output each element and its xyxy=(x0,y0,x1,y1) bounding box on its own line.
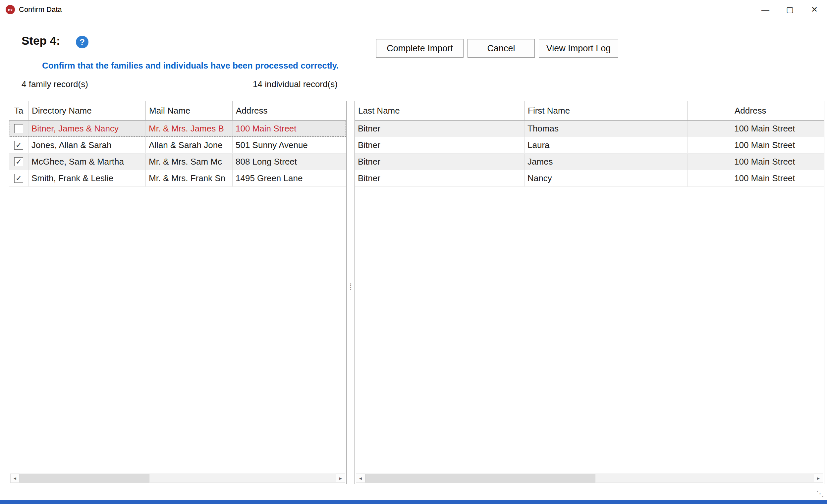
last-name-cell: Bitner xyxy=(355,120,525,137)
window-bottom-border xyxy=(0,500,827,504)
complete-import-button[interactable]: Complete Import xyxy=(376,39,464,58)
mail-name-cell: Mr. & Mrs. Sam Mc xyxy=(146,154,233,170)
directory-name-cell: Jones, Allan & Sarah xyxy=(29,137,146,153)
row-checkbox[interactable] xyxy=(14,124,23,133)
individual-count-label: 14 individual record(s) xyxy=(253,79,338,89)
scroll-right-icon[interactable]: ► xyxy=(336,473,345,483)
checkbox-cell: ✓ xyxy=(9,137,29,153)
row-checkbox[interactable]: ✓ xyxy=(14,157,23,166)
table-row[interactable]: Bitner James 100 Main Street xyxy=(355,154,824,170)
scrollbar-track[interactable] xyxy=(19,473,336,483)
column-header-address[interactable]: Address xyxy=(731,101,824,120)
scroll-left-icon[interactable]: ◄ xyxy=(356,473,365,483)
view-import-log-button[interactable]: View Import Log xyxy=(539,39,618,58)
blank-cell xyxy=(688,154,731,170)
close-button[interactable]: ✕ xyxy=(802,0,827,19)
row-checkbox[interactable]: ✓ xyxy=(14,141,23,150)
scrollbar-thumb[interactable] xyxy=(19,474,149,483)
individuals-table: Last Name First Name Address Bitner Thom… xyxy=(354,101,824,484)
horizontal-scrollbar[interactable]: ◄ ► xyxy=(10,473,345,483)
scrollbar-thumb[interactable] xyxy=(365,474,595,483)
minimize-button[interactable]: — xyxy=(753,0,778,19)
address-cell: 100 Main Street xyxy=(731,170,824,187)
directory-name-cell: Smith, Frank & Leslie xyxy=(29,170,146,187)
action-buttons: Complete Import Cancel View Import Log xyxy=(376,39,618,58)
table-row[interactable]: Bitner, James & Nancy Mr. & Mrs. James B… xyxy=(9,120,346,137)
column-header-blank[interactable] xyxy=(688,101,731,120)
directory-name-cell: Bitner, James & Nancy xyxy=(29,120,146,137)
instruction-text: Confirm that the families and individual… xyxy=(42,61,339,71)
column-header-directory-name[interactable]: Directory Name xyxy=(29,101,146,120)
horizontal-scrollbar[interactable]: ◄ ► xyxy=(356,473,823,483)
directory-name-cell: McGhee, Sam & Martha xyxy=(29,154,146,170)
address-cell: 100 Main Street xyxy=(233,120,346,137)
blank-cell xyxy=(688,170,731,187)
table-row[interactable]: ✓ Jones, Allan & Sarah Allan & Sarah Jon… xyxy=(9,137,346,154)
app-icon: cx xyxy=(6,5,15,14)
resize-grip[interactable]: ⋱ xyxy=(816,490,824,498)
first-name-cell: Thomas xyxy=(525,120,688,137)
blank-cell xyxy=(688,137,731,153)
address-cell: 1495 Green Lane xyxy=(233,170,346,187)
first-name-cell: James xyxy=(525,154,688,170)
mail-name-cell: Mr. & Mrs. James B xyxy=(146,120,233,137)
row-checkbox[interactable]: ✓ xyxy=(14,174,23,183)
column-header-address[interactable]: Address xyxy=(233,101,346,120)
table-row[interactable]: ✓ McGhee, Sam & Martha Mr. & Mrs. Sam Mc… xyxy=(9,154,346,170)
address-cell: 808 Long Street xyxy=(233,154,346,170)
checkbox-cell: ✓ xyxy=(9,154,29,170)
families-table: Ta Directory Name Mail Name Address Bitn… xyxy=(9,101,347,484)
address-cell: 100 Main Street xyxy=(731,154,824,170)
first-name-cell: Laura xyxy=(525,137,688,153)
first-name-cell: Nancy xyxy=(525,170,688,187)
table-row[interactable]: Bitner Thomas 100 Main Street xyxy=(355,120,824,137)
window-controls: — ▢ ✕ xyxy=(753,0,827,19)
column-header-tag[interactable]: Ta xyxy=(9,101,29,120)
mail-name-cell: Mr. & Mrs. Frank Sn xyxy=(146,170,233,187)
column-header-mail-name[interactable]: Mail Name xyxy=(146,101,233,120)
address-cell: 100 Main Street xyxy=(731,120,824,137)
confirm-data-window: cx Confirm Data — ▢ ✕ Step 4: ? Complete… xyxy=(0,0,827,504)
families-table-body: Bitner, James & Nancy Mr. & Mrs. James B… xyxy=(9,120,346,484)
last-name-cell: Bitner xyxy=(355,154,525,170)
mail-name-cell: Allan & Sarah Jone xyxy=(146,137,233,153)
table-row[interactable]: Bitner Nancy 100 Main Street xyxy=(355,170,824,187)
blank-cell xyxy=(688,120,731,137)
checkbox-cell: ✓ xyxy=(9,170,29,187)
address-cell: 501 Sunny Avenue xyxy=(233,137,346,153)
scrollbar-track[interactable] xyxy=(365,473,814,483)
families-table-header: Ta Directory Name Mail Name Address xyxy=(9,101,346,120)
column-header-first-name[interactable]: First Name xyxy=(525,101,688,120)
individuals-table-body: Bitner Thomas 100 Main Street Bitner Lau… xyxy=(355,120,824,484)
maximize-button[interactable]: ▢ xyxy=(778,0,802,19)
help-icon[interactable]: ? xyxy=(76,36,89,48)
table-row[interactable]: Bitner Laura 100 Main Street xyxy=(355,137,824,154)
cancel-button[interactable]: Cancel xyxy=(468,39,535,58)
title-bar: cx Confirm Data — ▢ ✕ xyxy=(0,0,827,19)
table-row[interactable]: ✓ Smith, Frank & Leslie Mr. & Mrs. Frank… xyxy=(9,170,346,187)
last-name-cell: Bitner xyxy=(355,170,525,187)
window-title: Confirm Data xyxy=(19,5,62,14)
table-splitter-handle[interactable]: ⁞ xyxy=(348,283,353,292)
scroll-left-icon[interactable]: ◄ xyxy=(10,473,19,483)
last-name-cell: Bitner xyxy=(355,137,525,153)
address-cell: 100 Main Street xyxy=(731,137,824,153)
checkbox-cell xyxy=(9,120,29,137)
step-label: Step 4: xyxy=(21,34,60,47)
family-count-label: 4 family record(s) xyxy=(21,79,88,89)
column-header-last-name[interactable]: Last Name xyxy=(355,101,525,120)
scroll-right-icon[interactable]: ► xyxy=(814,473,823,483)
individuals-table-header: Last Name First Name Address xyxy=(355,101,824,120)
